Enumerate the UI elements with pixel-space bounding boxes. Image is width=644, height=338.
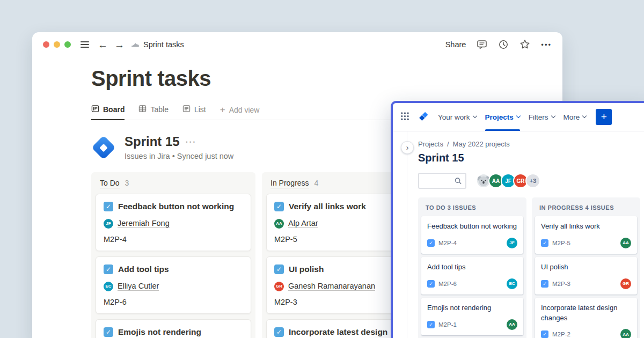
task-card[interactable]: ✓ Feedback button not working JF Jeremia… — [96, 194, 251, 251]
issue-card[interactable]: Feedback button not working ✓ M2P-4 JF — [421, 216, 523, 254]
board-view-icon — [91, 105, 99, 114]
nav-filters[interactable]: Filters — [529, 103, 555, 131]
issue-card[interactable]: UI polish ✓ M2P-3 GR — [535, 257, 637, 295]
issue-key: M2P-4 — [438, 240, 457, 246]
checked-checkbox[interactable]: ✓ — [274, 327, 284, 337]
board-search — [418, 173, 466, 189]
column-count: 4 — [314, 179, 319, 187]
issue-id: M2P-4 — [104, 235, 243, 244]
task-card[interactable]: ✓ Emojis not rendering AA Alp Artar M2P-… — [96, 319, 251, 338]
breadcrumb-may-2022-projects[interactable]: May 2022 projects — [453, 140, 510, 148]
task-type-icon: ✓ — [427, 321, 435, 328]
issue-card[interactable]: Add tool tips ✓ M2P-6 EC — [421, 257, 523, 295]
breadcrumb-separator: / — [447, 140, 449, 148]
column-header: TO DO 3 ISSUES — [421, 197, 523, 216]
tab-list[interactable]: List — [182, 105, 206, 120]
share-button[interactable]: Share — [445, 40, 466, 49]
tab-board[interactable]: Board — [91, 105, 125, 120]
column-name[interactable]: To Do — [100, 179, 120, 188]
breadcrumb-projects[interactable]: Projects — [418, 140, 443, 148]
notion-column-todo: To Do 3 ✓ Feedback button not working JF… — [91, 172, 255, 338]
column-count: 3 — [125, 179, 129, 187]
jira-window: Your work Projects Filters More + › Proj… — [391, 101, 644, 338]
avatar: JF — [104, 219, 113, 229]
breadcrumb: Projects / May 2022 projects — [418, 140, 644, 148]
avatar[interactable]: AA — [620, 329, 631, 338]
zoom-window-button[interactable] — [64, 41, 71, 48]
search-icon — [454, 177, 462, 185]
minimize-window-button[interactable] — [54, 41, 60, 48]
collapsed-sidebar — [393, 131, 407, 338]
chevron-down-icon — [582, 114, 587, 118]
sneaker-icon — [131, 40, 140, 50]
jira-board: TO DO 3 ISSUES Feedback button not worki… — [418, 197, 644, 338]
jira-collection-icon — [91, 135, 116, 160]
avatar[interactable]: GR — [620, 278, 631, 289]
list-view-icon — [182, 105, 191, 114]
issue-id: M2P-6 — [104, 298, 243, 306]
issue-card[interactable]: Verify all links work ✓ M2P-5 AA — [535, 216, 637, 254]
sidebar-menu-icon[interactable] — [80, 41, 89, 48]
checked-checkbox[interactable]: ✓ — [104, 327, 113, 337]
collection-sync-status: Issues in Jira • Synced just now — [125, 152, 233, 160]
assignee-link[interactable]: Jeremiah Fong — [118, 219, 170, 228]
checked-checkbox[interactable]: ✓ — [274, 202, 284, 211]
task-type-icon: ✓ — [541, 280, 548, 288]
back-arrow-icon[interactable]: ← — [98, 40, 108, 50]
checked-checkbox[interactable]: ✓ — [274, 264, 284, 274]
create-button[interactable]: + — [596, 109, 612, 125]
issue-key: M2P-2 — [552, 331, 570, 337]
jira-logo-icon[interactable] — [418, 111, 429, 124]
task-card[interactable]: ✓ Add tool tips EC Elliya Cutler M2P-6 — [96, 256, 251, 314]
avatar[interactable]: EC — [507, 278, 517, 289]
issue-card[interactable]: Incorporate latest design changes ✓ M2P-… — [535, 298, 637, 338]
column-name[interactable]: In Progress — [270, 179, 309, 188]
avatar[interactable]: JF — [507, 238, 517, 248]
page-title: Sprint tasks — [91, 67, 562, 91]
add-view-button[interactable]: + Add view — [220, 106, 260, 120]
issue-key: M2P-5 — [552, 240, 570, 246]
chevron-down-icon — [516, 114, 521, 118]
avatar[interactable]: AA — [620, 238, 631, 248]
tab-table[interactable]: Table — [138, 105, 168, 120]
nav-your-work[interactable]: Your work — [438, 103, 477, 131]
more-options-icon[interactable]: ••• — [541, 41, 552, 49]
avatar[interactable]: AA — [507, 319, 517, 330]
history-clock-icon[interactable] — [498, 39, 509, 50]
board-members: AA JF GR +3 — [476, 173, 540, 188]
board-title: Sprint 15 — [418, 152, 644, 164]
favorite-star-icon[interactable] — [519, 39, 530, 50]
window-controls — [43, 41, 71, 48]
checked-checkbox[interactable]: ✓ — [104, 202, 113, 211]
issue-key: M2P-1 — [438, 321, 457, 328]
table-view-icon — [138, 105, 147, 114]
task-type-icon: ✓ — [427, 239, 435, 247]
avatar: GR — [274, 282, 284, 291]
forward-arrow-icon[interactable]: → — [114, 40, 125, 50]
collection-more-icon[interactable]: ⋯ — [185, 135, 196, 148]
nav-projects[interactable]: Projects — [485, 103, 520, 131]
assignee-link[interactable]: Elliya Cutler — [118, 282, 159, 291]
column-header: IN PROGRESS 4 ISSUES — [535, 197, 637, 216]
avatar: EC — [104, 282, 113, 291]
comments-icon[interactable] — [477, 39, 487, 50]
assignee-link[interactable]: Alp Artar — [288, 219, 318, 228]
chevron-down-icon — [472, 114, 477, 118]
close-window-button[interactable] — [43, 41, 49, 48]
assignee-link[interactable]: Ganesh Ramanarayanan — [288, 282, 375, 291]
issue-card[interactable]: Emojis not rendering ✓ M2P-1 AA — [421, 298, 523, 335]
avatar-overflow-badge[interactable]: +3 — [525, 173, 540, 188]
task-type-icon: ✓ — [541, 239, 548, 247]
checked-checkbox[interactable]: ✓ — [104, 264, 113, 274]
nav-more[interactable]: More — [564, 103, 587, 131]
plus-icon: + — [220, 106, 225, 114]
chevron-down-icon — [551, 114, 555, 118]
breadcrumb[interactable]: Sprint tasks — [131, 40, 184, 50]
jira-topbar: Your work Projects Filters More + — [393, 103, 644, 131]
plus-icon: + — [601, 111, 607, 123]
jira-column-inprogress: IN PROGRESS 4 ISSUES Verify all links wo… — [532, 197, 640, 338]
issue-key: M2P-6 — [438, 281, 457, 287]
app-switcher-grid-icon[interactable] — [400, 112, 409, 123]
expand-sidebar-button[interactable]: › — [401, 141, 414, 154]
task-type-icon: ✓ — [427, 280, 435, 288]
